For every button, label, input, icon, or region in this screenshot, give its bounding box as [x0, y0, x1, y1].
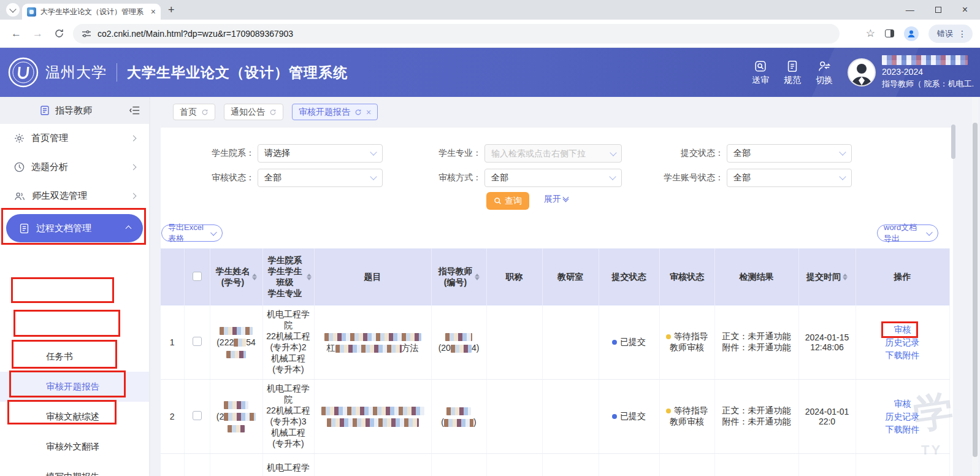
- document-icon: [18, 223, 30, 234]
- review-link[interactable]: 审核: [859, 323, 946, 336]
- forward-icon[interactable]: →: [33, 28, 43, 40]
- student-dept-select[interactable]: 请选择: [258, 144, 383, 163]
- bookmark-star-icon[interactable]: ☆: [866, 27, 875, 40]
- student-major-input[interactable]: [484, 144, 622, 163]
- tab-chip-notices[interactable]: 通知公告: [224, 104, 283, 120]
- submit-time-cell: 2024-01-15 12:48:06: [798, 305, 856, 380]
- operations-cell: 审核 历史记录 下载附件: [856, 305, 949, 380]
- col-dept-class-major[interactable]: 学生院系 学生学生班级 学生专业: [262, 248, 314, 305]
- panel-scrollbar-thumb[interactable]: [951, 125, 955, 159]
- sidebar-item-mutual-selection[interactable]: 师生双选管理: [0, 182, 149, 210]
- refresh-icon[interactable]: [354, 109, 362, 116]
- expand-link[interactable]: 展开: [544, 194, 568, 205]
- chevron-down-icon: [839, 173, 846, 180]
- title-cell: 杠方法: [314, 305, 431, 380]
- refresh-icon[interactable]: [269, 109, 277, 116]
- page-scrollbar-thumb[interactable]: [973, 123, 978, 457]
- sidebar-item-process-docs[interactable]: 过程文档管理: [6, 214, 143, 242]
- review-link[interactable]: 审核: [859, 397, 946, 410]
- history-link[interactable]: 历史记录: [859, 336, 946, 349]
- collapse-sidebar-icon[interactable]: [129, 106, 140, 115]
- action-label: 规范: [784, 75, 801, 86]
- dept-class-major-cell: 机电工程学院 22机械工程(专升本)2 机械工程(专升本): [262, 305, 314, 380]
- browser-tab[interactable]: 大学生毕业论文（设计）管理系 ×: [22, 4, 161, 20]
- status-dot-yellow: [666, 334, 671, 339]
- tab-chip-home[interactable]: 首页: [173, 104, 215, 120]
- review-method-select[interactable]: 全部: [484, 169, 622, 187]
- review-status-select[interactable]: 全部: [258, 169, 383, 187]
- tab-chip-review-proposal[interactable]: 审核开题报告 ×: [292, 104, 378, 120]
- job-title-cell: [486, 380, 542, 454]
- page-scrollbar[interactable]: [972, 97, 978, 476]
- minimize-icon[interactable]: —: [906, 5, 914, 15]
- download-attachment-link[interactable]: 下载附件: [859, 349, 946, 362]
- refresh-icon[interactable]: [201, 109, 209, 116]
- side-panel-icon[interactable]: [885, 29, 894, 37]
- tab-close-icon[interactable]: ×: [151, 7, 156, 17]
- select-value: 请选择: [264, 148, 371, 159]
- submit-status-select[interactable]: 全部: [727, 144, 852, 163]
- double-chevron-down-icon: [564, 198, 568, 201]
- tab-title: 大学生毕业论文（设计）管理系: [40, 7, 148, 17]
- select-all-checkbox[interactable]: [193, 272, 202, 281]
- submenu-item-task-book[interactable]: 任务书: [0, 342, 149, 372]
- close-window-icon[interactable]: ×: [962, 4, 968, 15]
- col-submit-time[interactable]: 提交时间: [798, 248, 856, 305]
- window-controls: — ×: [906, 4, 980, 15]
- submenu-label: 审核外文翻译: [46, 441, 99, 453]
- address-bar[interactable]: co2.cnki.net/Main.html?dp=wzu&r=17090893…: [73, 24, 840, 44]
- row-checkbox[interactable]: [193, 337, 202, 346]
- sort-icon[interactable]: [475, 274, 480, 280]
- user-avatar[interactable]: [848, 58, 876, 86]
- col-teacher[interactable]: 指导教师 (编号): [431, 248, 486, 305]
- filter-label: 学生专业：: [385, 148, 481, 159]
- download-attachment-link[interactable]: 下载附件: [859, 423, 946, 436]
- sidebar-item-homepage-mgmt[interactable]: 首页管理: [0, 124, 149, 153]
- content-panel: 学生院系： 请选择 学生专业： 提交状态： 全部: [161, 128, 953, 476]
- header-action-guifan[interactable]: 规范: [784, 60, 801, 86]
- row-checkbox[interactable]: [193, 411, 202, 420]
- filter-submit-status: 提交状态： 全部: [624, 144, 852, 163]
- header-action-songshen[interactable]: 送审: [752, 60, 769, 86]
- redacted-title: [321, 407, 424, 415]
- redacted-name: [224, 401, 248, 409]
- browser-error-button[interactable]: 错误 ⋮: [928, 25, 973, 43]
- sort-icon[interactable]: [843, 274, 848, 280]
- sidebar: 指导教师 首页管理 选题分析: [0, 97, 149, 476]
- reload-icon[interactable]: [54, 28, 64, 39]
- expand-label: 展开: [544, 194, 561, 205]
- sidebar-submenu: 任务书 审核开题报告 审核文献综述 审核外文翻译 填写中期报告 审核指导记录 审…: [0, 342, 149, 476]
- sort-icon[interactable]: [307, 274, 312, 280]
- filter-review-method: 审核方式： 全部: [385, 169, 622, 187]
- submenu-item-review-literature[interactable]: 审核文献综述: [0, 402, 149, 432]
- redacted-id: [234, 339, 246, 347]
- history-link[interactable]: 历史记录: [859, 410, 946, 423]
- chevron-down-icon: [370, 148, 377, 155]
- people-icon: [13, 190, 26, 202]
- sort-icon[interactable]: [252, 274, 257, 280]
- submenu-item-midterm-report[interactable]: 填写中期报告: [0, 462, 149, 476]
- col-detection: 检测结果: [714, 248, 798, 305]
- table-row-partial: 机电工程学: [161, 454, 949, 476]
- site-settings-icon[interactable]: [82, 29, 91, 39]
- col-student-name[interactable]: 学生姓名 (学号): [210, 248, 262, 305]
- profile-avatar-icon[interactable]: [904, 26, 919, 41]
- menu-kebab-icon[interactable]: ⋮: [958, 29, 967, 39]
- account-status-select[interactable]: 全部: [727, 169, 852, 187]
- submenu-item-review-proposal[interactable]: 审核开题报告: [0, 372, 149, 402]
- close-tab-icon[interactable]: ×: [366, 107, 371, 117]
- chevron-down-icon: [370, 173, 377, 180]
- sidebar-item-topic-analysis[interactable]: 选题分析: [0, 153, 149, 182]
- header-action-qiehuan[interactable]: 切换: [816, 60, 833, 86]
- submenu-item-review-translation[interactable]: 审核外文翻译: [0, 432, 149, 462]
- new-tab-button[interactable]: +: [168, 4, 175, 17]
- back-icon[interactable]: ←: [11, 28, 21, 40]
- query-button[interactable]: 查询: [486, 192, 529, 210]
- export-word-button[interactable]: word文档导出: [877, 225, 938, 242]
- maximize-icon[interactable]: [935, 7, 941, 13]
- filter-label: 审核方式：: [385, 172, 481, 183]
- site-favicon-icon: [27, 7, 36, 17]
- tab-search-button[interactable]: [6, 3, 20, 17]
- url-text: co2.cnki.net/Main.html?dp=wzu&r=17090893…: [98, 29, 293, 39]
- export-excel-button[interactable]: 导出Excel表格: [161, 225, 223, 242]
